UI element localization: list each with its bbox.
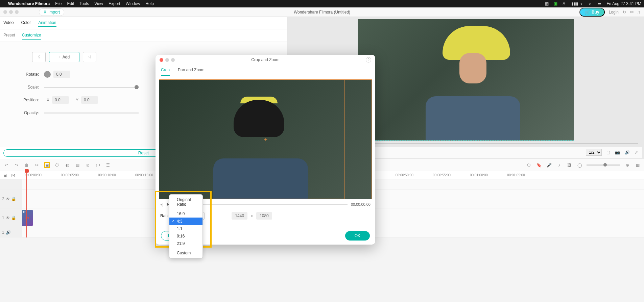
ratio-option-16-9[interactable]: 16:9	[169, 210, 202, 218]
scissors-icon: ✂	[25, 215, 29, 221]
account-icon[interactable]: ⎍	[638, 10, 640, 15]
filters-icon[interactable]: ☰	[105, 162, 111, 168]
ratio-option-9-16[interactable]: 9:16	[169, 232, 202, 240]
render-icon[interactable]: ◯	[576, 162, 582, 168]
menubar-tray-icon-a[interactable]: A	[563, 1, 567, 6]
color-icon[interactable]: ◐	[64, 162, 70, 168]
position-y-input[interactable]	[81, 96, 98, 104]
tag-icon[interactable]: 🏷	[95, 162, 101, 168]
wifi-icon[interactable]: ⟡	[580, 1, 585, 6]
lock-icon[interactable]: 🔒	[11, 216, 16, 220]
video-clip[interactable]: Tr ✂	[22, 210, 33, 226]
crop-rectangle[interactable]: +	[187, 80, 344, 199]
crop-preview-canvas[interactable]: +	[159, 79, 372, 199]
crop-height-input[interactable]: 1080	[256, 212, 272, 220]
import-button[interactable]: ⇩ Import	[39, 8, 64, 16]
music-icon[interactable]: ♪	[556, 162, 562, 168]
timeline-view-icon[interactable]: ▦	[635, 162, 641, 168]
rotate-knob[interactable]	[44, 71, 51, 78]
preview-canvas[interactable]	[358, 19, 574, 141]
dialog-close-icon[interactable]	[160, 58, 163, 62]
delete-icon[interactable]: 🗑	[24, 162, 30, 168]
menubar-tray-icon-2[interactable]: ▣	[554, 1, 558, 6]
zoom-fit-icon[interactable]: ⊕	[624, 162, 630, 168]
snapshot-icon[interactable]: 📷	[615, 150, 620, 155]
position-x-input[interactable]	[52, 96, 69, 104]
picture-icon[interactable]: 🖼	[566, 162, 572, 168]
volume-icon[interactable]: 🔊	[625, 150, 630, 155]
marker-icon[interactable]: 🔖	[536, 162, 542, 168]
tab-crop[interactable]: Crop	[161, 68, 170, 76]
rotate-value-input[interactable]	[53, 71, 70, 78]
menu-export[interactable]: Export	[109, 1, 120, 6]
ratio-option-1-1[interactable]: 1:1	[169, 225, 202, 232]
speed-icon[interactable]: ⏱	[54, 162, 60, 168]
ratio-option-original[interactable]: Original Ratio	[169, 196, 202, 209]
search-icon[interactable]: ⌕	[589, 1, 594, 6]
undo-icon[interactable]: ↶	[3, 162, 9, 168]
ratio-option-4-3[interactable]: 4:3	[169, 218, 202, 225]
speaker-icon[interactable]: 🔊	[6, 230, 11, 235]
tab-color[interactable]: Color	[21, 20, 31, 27]
eye-icon[interactable]: 👁	[6, 197, 10, 201]
ruler-mark: 00:00:15:00	[135, 173, 153, 177]
lock-icon[interactable]: 🔒	[11, 197, 16, 201]
preview-zoom-select[interactable]: 1/2	[586, 149, 602, 156]
add-keyframe-button[interactable]: + Add	[49, 52, 79, 62]
login-link[interactable]: Login	[609, 10, 619, 15]
menu-file[interactable]: File	[55, 1, 62, 6]
menubar-tray-icon-1[interactable]: ▦	[545, 1, 550, 6]
ratio-option-custom[interactable]: Custom	[169, 249, 202, 257]
scale-slider[interactable]	[44, 87, 139, 88]
menubar-datetime[interactable]: Fri Aug 27 3:41 PM	[606, 1, 641, 6]
maximize-window-icon[interactable]	[15, 10, 19, 14]
prev-keyframe-button[interactable]: K	[32, 52, 46, 62]
crop-width-input[interactable]: 1440	[232, 212, 247, 220]
zoom-slider[interactable]	[587, 165, 620, 166]
opacity-label: Opacity:	[3, 110, 44, 115]
subtab-customize[interactable]: Customize	[22, 33, 41, 40]
crop-tool-icon[interactable]: ▣	[44, 162, 50, 168]
playhead[interactable]	[26, 171, 27, 237]
magnet-icon[interactable]: ⬡	[526, 162, 532, 168]
minimize-window-icon[interactable]	[9, 10, 13, 14]
message-icon[interactable]: ✉	[630, 10, 634, 15]
add-label: Add	[63, 55, 70, 59]
display-icon[interactable]: ▢	[606, 150, 610, 155]
track-header: 2 👁 🔒	[0, 190, 22, 208]
frame-back-icon[interactable]: ◂|	[160, 202, 163, 207]
track-add-icon[interactable]: ▣	[2, 172, 8, 178]
cloud-sync-icon[interactable]: ↻	[623, 10, 626, 15]
next-keyframe-button[interactable]: ›I	[83, 52, 96, 62]
opacity-slider[interactable]	[44, 112, 139, 114]
menu-help[interactable]: Help	[145, 1, 154, 6]
tab-animation[interactable]: Animation	[38, 20, 56, 27]
ruler-mark: 00:00:05:00	[61, 173, 79, 177]
split-icon[interactable]: ✂	[34, 162, 40, 168]
dims-x-label: x	[251, 213, 253, 218]
voiceover-icon[interactable]: 🎤	[546, 162, 552, 168]
tab-pan-zoom[interactable]: Pan and Zoom	[178, 68, 205, 76]
menubar-app-name[interactable]: Wondershare Filmora	[8, 1, 50, 6]
crop-scrubber[interactable]	[179, 204, 348, 205]
link-icon[interactable]: ⋈	[10, 172, 16, 178]
expand-icon[interactable]: ⤢	[635, 150, 638, 155]
battery-icon[interactable]: ▮▮▮	[571, 1, 576, 6]
close-window-icon[interactable]	[3, 10, 7, 14]
control-center-icon[interactable]: ⚌	[598, 1, 602, 6]
subtab-preset[interactable]: Preset	[3, 33, 15, 40]
buy-button[interactable]: 🛒 Buy	[579, 8, 605, 17]
tab-video[interactable]: Video	[3, 20, 14, 27]
green-screen-icon[interactable]: ▤	[74, 162, 80, 168]
detach-audio-icon[interactable]: ⎚	[85, 162, 91, 168]
help-icon[interactable]: ?	[366, 57, 371, 62]
menu-edit[interactable]: Edit	[67, 1, 74, 6]
menu-view[interactable]: View	[94, 1, 103, 6]
menu-window[interactable]: Window	[126, 1, 140, 6]
menu-tools[interactable]: Tools	[79, 1, 89, 6]
ratio-option-21-9[interactable]: 21:9	[169, 240, 202, 248]
ok-button[interactable]: OK	[345, 231, 370, 241]
ruler-mark: 00:00:10:00	[98, 173, 116, 177]
eye-icon[interactable]: 👁	[6, 216, 10, 220]
redo-icon[interactable]: ↷	[14, 162, 20, 168]
